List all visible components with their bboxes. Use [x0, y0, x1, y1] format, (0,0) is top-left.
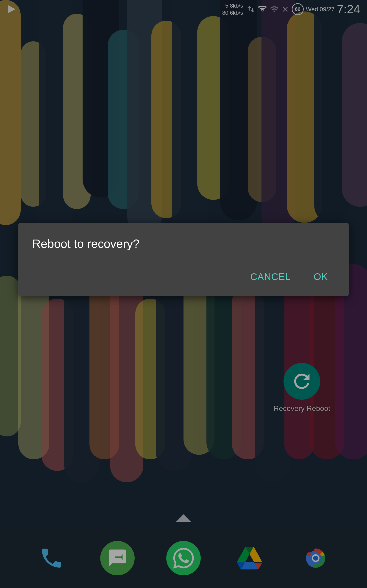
dialog-buttons: CANCEL OK — [32, 264, 335, 287]
dialog-overlay: Reboot to recovery? CANCEL OK — [0, 0, 367, 588]
cancel-button[interactable]: CANCEL — [243, 267, 298, 287]
ok-button[interactable]: OK — [307, 267, 335, 287]
dialog-title: Reboot to recovery? — [32, 237, 335, 251]
reboot-dialog: Reboot to recovery? CANCEL OK — [18, 223, 349, 296]
